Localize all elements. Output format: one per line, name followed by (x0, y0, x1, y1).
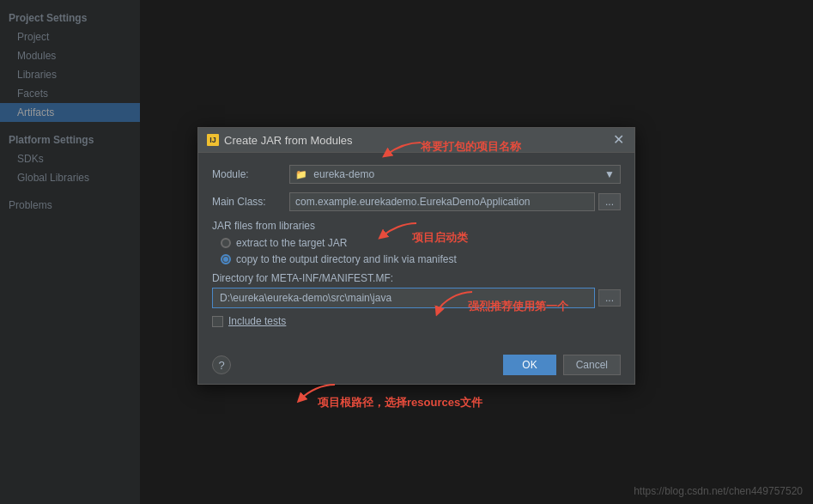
module-value: eureka-demo (313, 168, 374, 180)
ok-button[interactable]: OK (503, 355, 555, 375)
footer-buttons: OK Cancel (503, 355, 621, 375)
radio-extract[interactable] (221, 238, 231, 248)
include-tests-label: Include tests (228, 315, 286, 327)
help-button[interactable]: ? (212, 355, 231, 374)
main-class-control: ... (289, 192, 621, 211)
close-button[interactable]: ✕ (611, 133, 626, 147)
module-label: Module: (212, 168, 289, 180)
radio-copy[interactable] (221, 254, 231, 264)
main-class-label: Main Class: (212, 196, 289, 208)
dialog-title-text: Create JAR from Modules (224, 134, 353, 147)
radio-group: extract to the target JAR copy to the ou… (212, 237, 621, 265)
main-class-row: Main Class: ... (212, 192, 621, 211)
dialog-body: Module: 📁 eureka-demo ▼ Main Class: ... … (198, 153, 634, 349)
dialog-title: IJ Create JAR from Modules (207, 134, 353, 147)
main-class-input[interactable] (289, 192, 595, 211)
radio-extract-row[interactable]: extract to the target JAR (221, 237, 621, 249)
dir-browse-button[interactable]: ... (598, 289, 621, 307)
radio-copy-label: copy to the output directory and link vi… (236, 253, 457, 265)
dir-input[interactable] (212, 288, 595, 308)
radio-copy-row[interactable]: copy to the output directory and link vi… (221, 253, 621, 265)
main-class-browse-button[interactable]: ... (598, 193, 621, 210)
jar-files-section-label: JAR files from libraries (212, 220, 621, 232)
include-tests-checkbox[interactable] (212, 316, 223, 327)
radio-extract-label: extract to the target JAR (236, 237, 347, 249)
include-tests-row[interactable]: Include tests (212, 315, 621, 327)
module-select[interactable]: 📁 eureka-demo ▼ (289, 165, 621, 184)
intellij-icon: IJ (207, 134, 219, 146)
dialog-footer: ? OK Cancel (198, 349, 634, 384)
module-control: 📁 eureka-demo ▼ (289, 165, 621, 184)
dialog-titlebar: IJ Create JAR from Modules ✕ (198, 128, 634, 153)
cancel-button[interactable]: Cancel (563, 355, 621, 375)
dir-label: Directory for META-INF/MANIFEST.MF: (212, 272, 621, 284)
folder-icon: 📁 (295, 169, 307, 179)
chevron-down-icon: ▼ (604, 168, 615, 180)
module-row: Module: 📁 eureka-demo ▼ (212, 165, 621, 184)
dir-input-wrap: ... (212, 288, 621, 308)
create-jar-dialog: IJ Create JAR from Modules ✕ Module: 📁 e… (197, 127, 635, 385)
